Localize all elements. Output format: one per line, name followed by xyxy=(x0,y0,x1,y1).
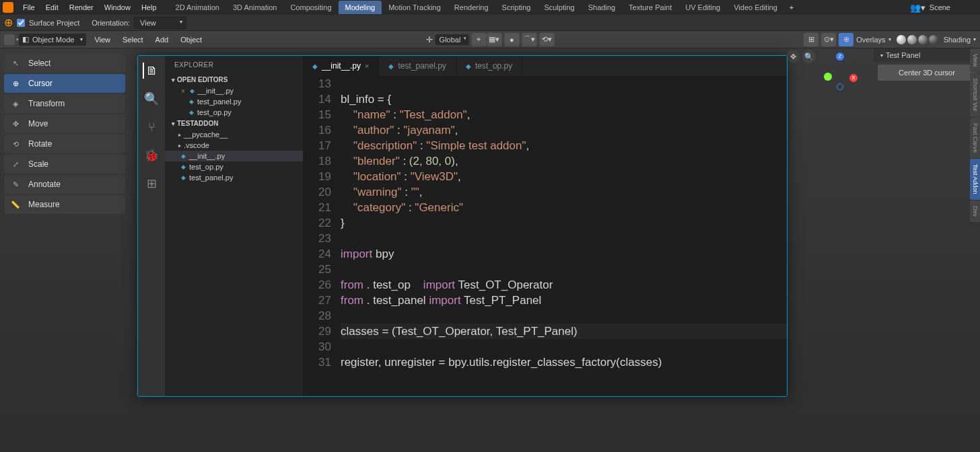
menu-edit[interactable]: Edit xyxy=(40,1,64,13)
code-l24: import bpy xyxy=(341,248,394,260)
rotate-icon: ⟲ xyxy=(9,138,22,150)
git-icon[interactable]: ⑂ xyxy=(143,119,160,135)
workspace-tab-compositing[interactable]: Compositing xyxy=(283,1,338,14)
activity-bar: 🗎 🔍 ⑂ 🐞 ⊞ xyxy=(138,56,165,396)
explorer-title: EXPLORER xyxy=(165,56,303,74)
tool-rotate[interactable]: ⟲Rotate xyxy=(4,135,125,153)
search-icon[interactable]: 🔍 xyxy=(143,91,160,107)
header-view[interactable]: View xyxy=(90,34,114,46)
viewport-header: Object Mode View Select Add Object ✛ Glo… xyxy=(0,31,980,48)
code-l15: "name" : "Test_addon", xyxy=(341,108,470,121)
tool-annotate[interactable]: ✎Annotate xyxy=(4,175,125,194)
surface-project-checkbox[interactable] xyxy=(17,19,25,27)
center-cursor-button[interactable]: Center 3D cursor xyxy=(878,65,976,81)
close-icon[interactable]: × xyxy=(181,87,185,95)
editor-type-selector[interactable] xyxy=(4,34,15,45)
side-tab-testaddon[interactable]: Test Addon xyxy=(970,159,980,200)
workspace-tab-3d-animation[interactable]: 3D Animation xyxy=(226,1,283,14)
panel-header-test[interactable]: Test Panel xyxy=(874,48,980,62)
side-tab-shortcut[interactable]: Shortcut Vur xyxy=(970,73,980,117)
menu-window[interactable]: Window xyxy=(99,1,136,13)
transform-orientation-dropdown[interactable]: Global xyxy=(435,34,469,45)
axis-z-neg[interactable] xyxy=(837,83,843,90)
tool-select[interactable]: ↖Select xyxy=(4,54,125,73)
header-add[interactable]: Add xyxy=(151,34,173,46)
code-l21: "category" : "Generic" xyxy=(341,201,463,214)
header-object[interactable]: Object xyxy=(176,34,206,46)
move-view-icon[interactable]: ✥ xyxy=(786,50,800,63)
menu-help[interactable]: Help xyxy=(136,1,162,13)
viewport-3d[interactable]: ↖Select ⊕Cursor ◈Transform ✥Move ⟲Rotate… xyxy=(0,48,980,452)
workspace-tab-rendering[interactable]: Rendering xyxy=(448,1,495,14)
overlays-label: Overlays xyxy=(856,36,885,44)
open-editor-init[interactable]: ×◆__init__.py xyxy=(165,85,303,96)
file-tab-test-panel[interactable]: ◆test_panel.py xyxy=(379,56,456,76)
select-icon: ↖ xyxy=(9,57,22,69)
workspace-tab-sculpting[interactable]: Sculpting xyxy=(537,1,581,14)
mode-selector[interactable]: Object Mode xyxy=(19,34,86,46)
axis-y[interactable] xyxy=(824,73,832,81)
code-content[interactable]: bl_info = { "name" : "Test_addon", "auth… xyxy=(341,76,787,396)
top-menubar: File Edit Render Window Help 2D Animatio… xyxy=(0,0,980,15)
debug-icon[interactable]: 🐞 xyxy=(143,147,160,163)
axis-z[interactable]: Z xyxy=(836,52,844,61)
file-test-panel[interactable]: ◆test_panel.py xyxy=(165,172,303,183)
workspace-tab-shading[interactable]: Shading xyxy=(582,1,622,14)
shading-lookdev[interactable] xyxy=(918,35,928,44)
explorer-icon[interactable]: 🗎 xyxy=(143,63,159,79)
workspace-tab-2d-animation[interactable]: 2D Animation xyxy=(169,1,226,14)
code-area[interactable]: 13 14 15 16 17 18 19 20 21 22 23 24 25 2… xyxy=(303,76,787,396)
tool-transform[interactable]: ◈Transform xyxy=(4,94,125,113)
menu-render[interactable]: Render xyxy=(64,1,99,13)
close-icon[interactable]: × xyxy=(365,62,369,70)
workspace-tab-texture-paint[interactable]: Texture Paint xyxy=(622,1,678,14)
file-test-op[interactable]: ◆test_op.py xyxy=(165,161,303,172)
side-tab-dev[interactable]: Dev xyxy=(970,200,980,222)
open-editor-test-panel[interactable]: ◆test_panel.py xyxy=(165,96,303,107)
file-tab-test-op[interactable]: ◆test_op.py xyxy=(456,56,522,76)
tool-measure[interactable]: 📏Measure xyxy=(4,195,125,214)
workspace-tab-modeling[interactable]: Modeling xyxy=(339,1,382,14)
snap-toggle[interactable]: ⌖ xyxy=(471,33,486,46)
viewport-gizmos-toggle[interactable]: ⊞ xyxy=(804,33,818,46)
project-section[interactable]: TESTADDON xyxy=(165,118,303,129)
workspace-tab-uv-editing[interactable]: UV Editing xyxy=(678,1,727,14)
open-editors-section[interactable]: OPEN EDITORS xyxy=(165,74,303,85)
tool-move[interactable]: ✥Move xyxy=(4,114,125,133)
snap-element[interactable]: ▦▾ xyxy=(487,33,501,46)
pivot-dropdown[interactable]: ⟲▾ xyxy=(539,33,554,46)
shading-modes xyxy=(897,35,938,44)
workspace-tab-motion-tracking[interactable]: Motion Tracking xyxy=(382,1,448,14)
overlay-toggle[interactable]: ⊕ xyxy=(839,33,853,46)
axis-x[interactable]: X xyxy=(849,74,858,82)
folder-vscode[interactable]: .vscode xyxy=(165,140,303,151)
cursor-tool-icon: ⊕ xyxy=(4,16,13,29)
extensions-icon[interactable]: ⊞ xyxy=(143,176,160,192)
folder-pycache[interactable]: __pycache__ xyxy=(165,129,303,140)
zoom-view-icon[interactable]: 🔍 xyxy=(802,50,816,63)
side-tab-view[interactable]: View xyxy=(970,48,980,72)
header-select[interactable]: Select xyxy=(118,34,147,46)
side-tab-fastcarve[interactable]: Fast Carve xyxy=(970,118,980,158)
proportional-falloff[interactable]: ⌒▾ xyxy=(522,33,536,46)
proportional-edit[interactable]: ● xyxy=(504,33,519,46)
workspace-tab-video-editing[interactable]: Video Editing xyxy=(727,1,784,14)
shading-wireframe[interactable] xyxy=(897,35,906,44)
tool-scale[interactable]: ⤢Scale xyxy=(4,155,125,174)
file-tab-init[interactable]: ◆__init__.py× xyxy=(303,56,379,76)
editor-main: ◆__init__.py× ◆test_panel.py ◆test_op.py… xyxy=(303,56,787,396)
workspace-add-tab[interactable]: + xyxy=(784,1,799,14)
python-icon: ◆ xyxy=(388,63,394,70)
viewport-overlays-dropdown[interactable]: ⊙▾ xyxy=(821,33,836,46)
tool-cursor[interactable]: ⊕Cursor xyxy=(4,74,125,93)
workspace-tab-scripting[interactable]: Scripting xyxy=(495,1,538,14)
axis-gizmo[interactable]: Z X xyxy=(821,52,859,90)
file-init[interactable]: ◆__init__.py xyxy=(165,151,303,161)
menu-file[interactable]: File xyxy=(18,1,40,13)
open-editor-test-op[interactable]: ◆test_op.py xyxy=(165,107,303,118)
orientation-dropdown[interactable]: View xyxy=(134,17,186,29)
code-l16: "author" : "jayanam", xyxy=(341,124,458,137)
shading-rendered[interactable] xyxy=(929,35,938,44)
shading-solid[interactable] xyxy=(907,35,917,44)
scene-selector[interactable]: 👥▾ Scene xyxy=(905,3,977,13)
